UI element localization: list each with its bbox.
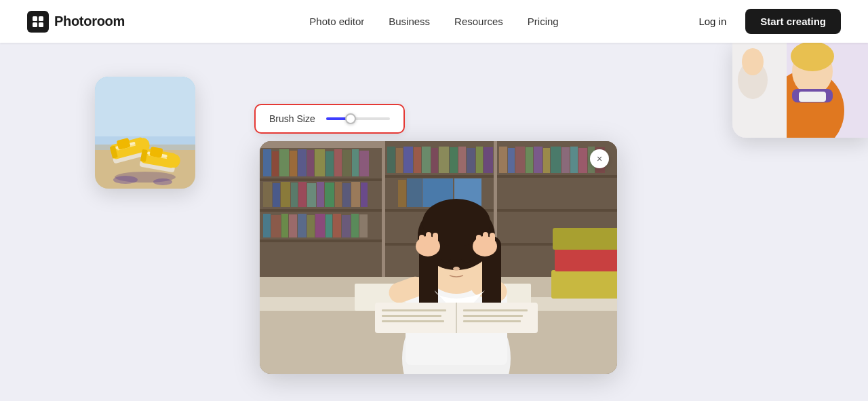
svg-rect-54 (291, 183, 298, 207)
close-icon: × (597, 153, 602, 164)
svg-rect-63 (263, 214, 271, 237)
close-button[interactable]: × (590, 149, 609, 168)
svg-rect-101 (508, 148, 515, 173)
brush-slider-thumb (345, 113, 356, 124)
svg-rect-95 (407, 178, 422, 207)
svg-rect-48 (342, 150, 351, 176)
svg-rect-47 (334, 149, 342, 176)
svg-rect-104 (534, 147, 542, 173)
sneaker-image (95, 77, 195, 189)
svg-rect-46 (326, 151, 334, 176)
svg-rect-74 (359, 214, 368, 237)
svg-rect-45 (315, 149, 325, 176)
svg-rect-105 (543, 148, 550, 173)
svg-rect-29 (799, 92, 826, 102)
svg-rect-52 (273, 183, 280, 207)
svg-rect-138 (483, 232, 488, 246)
start-creating-button[interactable]: Start creating (745, 9, 841, 34)
svg-point-32 (742, 48, 764, 75)
svg-rect-139 (490, 233, 495, 246)
logo-link[interactable]: Photoroom (27, 11, 125, 33)
svg-rect-85 (439, 147, 449, 173)
left-floating-card (95, 77, 195, 189)
brush-size-slider[interactable] (326, 117, 390, 120)
svg-rect-134 (419, 235, 425, 247)
svg-rect-142 (382, 309, 446, 311)
main-content: Brush Size (0, 43, 868, 401)
nav-link-resources[interactable]: Resources (454, 16, 503, 27)
svg-rect-83 (422, 147, 431, 173)
svg-rect-3 (39, 22, 43, 27)
svg-rect-43 (298, 149, 307, 176)
svg-rect-76 (385, 175, 494, 178)
svg-rect-44 (307, 150, 314, 176)
svg-point-27 (791, 43, 834, 71)
svg-rect-61 (351, 182, 360, 207)
svg-rect-137 (476, 235, 481, 247)
svg-rect-94 (398, 180, 406, 207)
svg-rect-102 (515, 147, 525, 173)
svg-rect-57 (317, 182, 324, 207)
nav-link-pricing[interactable]: Pricing (528, 16, 559, 27)
svg-rect-65 (281, 214, 288, 237)
svg-rect-58 (325, 183, 334, 207)
svg-rect-69 (315, 214, 325, 237)
login-button[interactable]: Log in (689, 10, 736, 33)
svg-rect-38 (260, 240, 382, 242)
logo-icon (27, 11, 49, 33)
svg-rect-59 (335, 182, 342, 207)
svg-rect-51 (263, 182, 272, 207)
nav-link-photo-editor[interactable]: Photo editor (309, 16, 364, 27)
svg-rect-67 (298, 214, 307, 237)
svg-rect-49 (352, 149, 359, 176)
brush-size-label: Brush Size (269, 113, 315, 124)
svg-rect-50 (359, 151, 369, 176)
svg-rect-70 (326, 214, 332, 237)
svg-rect-103 (526, 147, 533, 173)
right-floating-card (732, 43, 868, 138)
svg-rect-108 (570, 147, 578, 173)
svg-rect-109 (578, 148, 587, 173)
svg-rect-80 (396, 148, 403, 173)
svg-rect-135 (426, 232, 431, 246)
svg-rect-147 (463, 320, 521, 322)
svg-rect-2 (33, 22, 37, 27)
svg-rect-117 (553, 228, 617, 250)
svg-rect-36 (260, 178, 382, 181)
nav-link-business[interactable]: Business (389, 16, 430, 27)
svg-rect-145 (463, 309, 528, 311)
svg-point-23 (153, 178, 172, 185)
svg-rect-97 (497, 175, 617, 178)
svg-rect-89 (476, 147, 483, 173)
svg-rect-66 (289, 214, 297, 237)
svg-rect-72 (342, 215, 351, 237)
svg-rect-64 (271, 215, 281, 237)
svg-rect-107 (561, 147, 570, 173)
svg-rect-115 (551, 270, 617, 299)
svg-rect-87 (458, 147, 466, 173)
svg-rect-84 (431, 148, 438, 173)
svg-rect-146 (463, 315, 523, 317)
svg-rect-116 (555, 248, 617, 271)
svg-point-131 (453, 267, 460, 271)
svg-rect-100 (499, 147, 507, 173)
svg-rect-144 (382, 320, 444, 322)
svg-rect-56 (307, 183, 316, 207)
svg-rect-82 (414, 147, 421, 173)
svg-rect-39 (263, 149, 271, 176)
svg-rect-42 (290, 151, 297, 176)
svg-rect-81 (403, 147, 413, 173)
svg-rect-68 (307, 215, 315, 237)
svg-rect-53 (281, 182, 290, 207)
svg-rect-37 (260, 209, 382, 212)
nav-links: Photo editor Business Resources Pricing (309, 16, 558, 27)
svg-rect-73 (351, 214, 359, 237)
svg-rect-98 (497, 209, 617, 212)
svg-rect-0 (33, 16, 37, 21)
svg-rect-79 (387, 147, 395, 173)
svg-rect-93 (387, 178, 397, 207)
svg-rect-86 (450, 147, 458, 173)
svg-rect-106 (551, 147, 561, 173)
svg-rect-136 (433, 233, 438, 246)
main-image-container: × (260, 141, 617, 374)
